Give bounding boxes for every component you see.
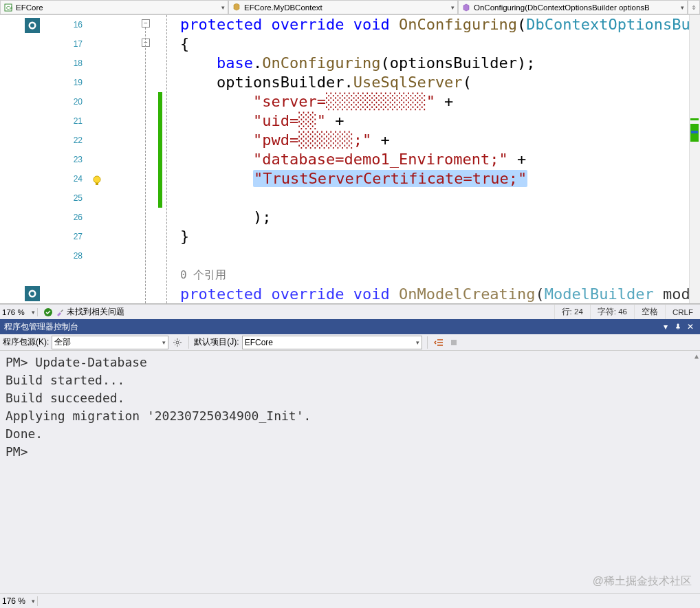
console-line: PM> Update-Database bbox=[6, 354, 694, 371]
panel-dropdown-icon[interactable]: ▾ bbox=[660, 321, 671, 332]
line-number: 23 bbox=[48, 150, 89, 169]
cursor-row[interactable]: 行: 24 bbox=[554, 305, 590, 319]
editor-status-bar: 176 % ▾ 未找到相关问题 行: 24 字符: 46 空格 CRLF bbox=[0, 304, 700, 319]
outdent-icon[interactable] bbox=[433, 336, 445, 349]
chevron-down-icon: ▾ bbox=[451, 4, 455, 11]
issues-text: 未找到相关问题 bbox=[67, 307, 124, 317]
change-marker-column bbox=[158, 15, 175, 303]
svg-text:C#: C# bbox=[6, 5, 12, 11]
svg-rect-10 bbox=[451, 340, 457, 345]
line-number: 16 bbox=[48, 15, 89, 34]
package-source-label: 程序包源(K): bbox=[3, 336, 49, 348]
quick-action-indicator[interactable]: ↑ bbox=[25, 18, 40, 33]
console-zoom-value: 176 % bbox=[2, 596, 32, 606]
chevron-down-icon: ▾ bbox=[32, 309, 35, 316]
chevron-down-icon: ▾ bbox=[162, 339, 166, 346]
lightbulb-icon[interactable] bbox=[91, 175, 103, 187]
line-number: 20 bbox=[48, 92, 89, 111]
svg-point-3 bbox=[30, 23, 34, 28]
issues-indicator[interactable]: 未找到相关问题 bbox=[38, 307, 130, 317]
editor-margin: ↑ bbox=[0, 15, 48, 303]
console-line: Build started... bbox=[6, 371, 694, 389]
line-ending[interactable]: CRLF bbox=[665, 305, 700, 319]
codelens-references[interactable]: 0 个引用 bbox=[175, 265, 700, 285]
zoom-control[interactable]: 176 % ▾ bbox=[0, 308, 38, 316]
line-number: 26 bbox=[48, 208, 89, 227]
split-button[interactable] bbox=[688, 0, 700, 14]
line-number: 25 bbox=[48, 188, 89, 208]
split-icon bbox=[691, 3, 697, 12]
console-line: Done. bbox=[6, 425, 694, 443]
console-panel-header: 程序包管理器控制台 ▾ ✕ bbox=[0, 319, 700, 334]
svg-point-5 bbox=[30, 292, 34, 296]
chevron-down-icon: ▾ bbox=[416, 339, 419, 346]
line-number: 19 bbox=[48, 73, 89, 92]
watermark-text: @稀土掘金技术社区 bbox=[593, 574, 692, 589]
svg-point-9 bbox=[176, 341, 179, 344]
line-number: 24 bbox=[48, 169, 89, 188]
project-dropdown[interactable]: C# EFCore ▾ bbox=[0, 0, 228, 14]
indent-mode[interactable]: 空格 bbox=[634, 305, 665, 319]
class-icon bbox=[232, 3, 241, 12]
pin-icon[interactable] bbox=[672, 321, 683, 332]
breadcrumb-nav: C# EFCore ▾ EFCore.MyDBContext ▾ OnConfi… bbox=[0, 0, 700, 15]
method-label: OnConfiguring(DbContextOptionsBuilder op… bbox=[474, 3, 678, 12]
line-number: 27 bbox=[48, 227, 89, 246]
line-number: 22 bbox=[48, 131, 89, 150]
cursor-col[interactable]: 字符: 46 bbox=[590, 305, 634, 319]
collapse-toggle[interactable]: − bbox=[142, 39, 150, 47]
console-line: Applying migration '20230725034900_Init'… bbox=[6, 407, 694, 425]
chevron-down-icon: ▾ bbox=[681, 4, 684, 11]
code-content[interactable]: protected override void OnConfiguring(Db… bbox=[175, 15, 700, 303]
default-project-select[interactable]: EFCore ▾ bbox=[242, 336, 422, 349]
panel-title: 程序包管理器控制台 bbox=[4, 321, 659, 333]
chevron-down-icon: ▾ bbox=[32, 598, 35, 605]
console-toolbar: 程序包源(K): 全部 ▾ 默认项目(J): EFCore ▾ bbox=[0, 334, 700, 351]
class-dropdown[interactable]: EFCore.MyDBContext ▾ bbox=[228, 0, 458, 14]
bottom-status-bar: 176 % ▾ bbox=[0, 593, 700, 608]
quick-action-indicator[interactable] bbox=[25, 286, 40, 301]
scroll-up-icon[interactable]: ▲ bbox=[694, 352, 699, 360]
default-project-label: 默认项目(J): bbox=[194, 336, 239, 348]
method-dropdown[interactable]: OnConfiguring(DbContextOptionsBuilder op… bbox=[458, 0, 688, 14]
code-editor[interactable]: ↑ 16171819202122232425262728 − − protect… bbox=[0, 15, 700, 304]
csharp-file-icon: C# bbox=[3, 3, 13, 12]
project-label: EFCore bbox=[16, 3, 219, 12]
scrollbar-overview[interactable] bbox=[689, 15, 700, 303]
svg-rect-7 bbox=[96, 183, 98, 185]
console-output[interactable]: PM> Update-DatabaseBuild started...Build… bbox=[0, 351, 700, 593]
stop-icon[interactable] bbox=[448, 336, 460, 349]
svg-point-6 bbox=[94, 176, 100, 183]
line-number: 28 bbox=[48, 246, 89, 265]
line-number: 18 bbox=[48, 54, 89, 73]
method-icon bbox=[461, 3, 471, 12]
class-label: EFCore.MyDBContext bbox=[244, 3, 448, 12]
chevron-down-icon: ▾ bbox=[221, 4, 225, 11]
ok-icon bbox=[43, 307, 53, 317]
collapse-toggle[interactable]: − bbox=[142, 19, 150, 28]
console-zoom-control[interactable]: 176 % ▾ bbox=[0, 596, 38, 606]
brush-icon bbox=[56, 308, 64, 316]
console-line: Build succeeded. bbox=[6, 389, 694, 407]
close-icon[interactable]: ✕ bbox=[685, 321, 696, 332]
console-line: PM> bbox=[6, 443, 694, 461]
zoom-value: 176 % bbox=[2, 308, 32, 316]
line-number: 17 bbox=[48, 34, 89, 54]
line-number: 21 bbox=[48, 111, 89, 131]
partial-code-line: protected override void OnModelCreating(… bbox=[175, 285, 700, 303]
gear-icon[interactable] bbox=[171, 336, 184, 349]
package-source-select[interactable]: 全部 ▾ bbox=[52, 336, 168, 349]
